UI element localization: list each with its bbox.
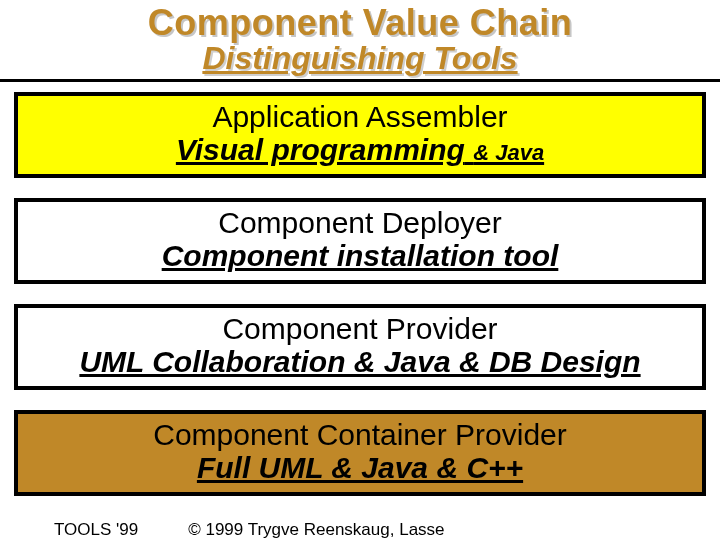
block-container-provider: Component Container Provider Full UML & …	[14, 410, 706, 496]
slide-subtitle: Distinguishing Tools	[0, 40, 720, 77]
footer-conference: TOOLS '99	[54, 520, 138, 540]
block-role: Application Assembler	[24, 100, 696, 133]
block-role: Component Container Provider	[24, 418, 696, 451]
footer-copyright: © 1999 Trygve Reenskaug, Lasse	[188, 520, 444, 540]
block-tool-main: Visual programming	[176, 133, 465, 166]
block-tool: Full UML & Java & C++	[24, 451, 696, 484]
block-application-assembler: Application Assembler Visual programming…	[14, 92, 706, 178]
block-tool: Component installation tool	[24, 239, 696, 272]
block-role: Component Deployer	[24, 206, 696, 239]
slide-footer: TOOLS '99 © 1999 Trygve Reenskaug, Lasse	[0, 520, 720, 540]
block-component-provider: Component Provider UML Collaboration & J…	[14, 304, 706, 390]
slide-header: Component Value Chain Distinguishing Too…	[0, 0, 720, 77]
slide-title: Component Value Chain	[0, 2, 720, 44]
block-role: Component Provider	[24, 312, 696, 345]
block-tool: Visual programming & Java	[24, 133, 696, 166]
block-component-deployer: Component Deployer Component installatio…	[14, 198, 706, 284]
block-tool: UML Collaboration & Java & DB Design	[24, 345, 696, 378]
block-tool-suffix: & Java	[473, 140, 544, 165]
blocks-stack: Application Assembler Visual programming…	[0, 82, 720, 496]
